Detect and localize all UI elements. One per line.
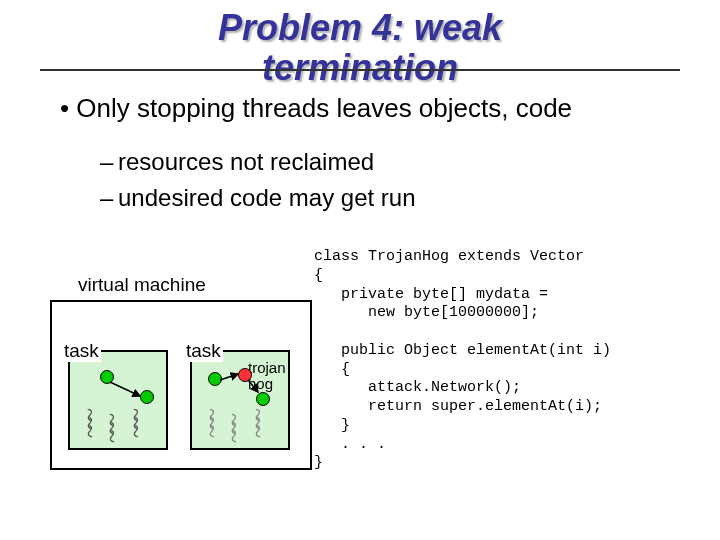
main-bullet-text: Only stopping threads leaves objects, co…	[76, 93, 572, 123]
sub-bullet-list: –resources not reclaimed –undesired code…	[100, 144, 720, 216]
main-bullet: • Only stopping threads leaves objects, …	[60, 93, 660, 124]
code-snippet: class TrojanHog extends Vector { private…	[314, 248, 611, 473]
slide-title: Problem 4: weak termination	[0, 0, 720, 87]
svg-line-2	[248, 380, 258, 392]
title-line2: termination	[262, 47, 458, 88]
svg-line-0	[110, 382, 140, 396]
sub-bullet-2: –undesired code may get run	[100, 180, 720, 216]
vm-label: virtual machine	[78, 274, 206, 296]
sub-bullet-1: –resources not reclaimed	[100, 144, 720, 180]
title-underline	[40, 69, 680, 71]
svg-line-1	[220, 374, 238, 380]
title-line1: Problem 4: weak	[218, 7, 502, 48]
object-arrows-icon	[190, 350, 300, 460]
